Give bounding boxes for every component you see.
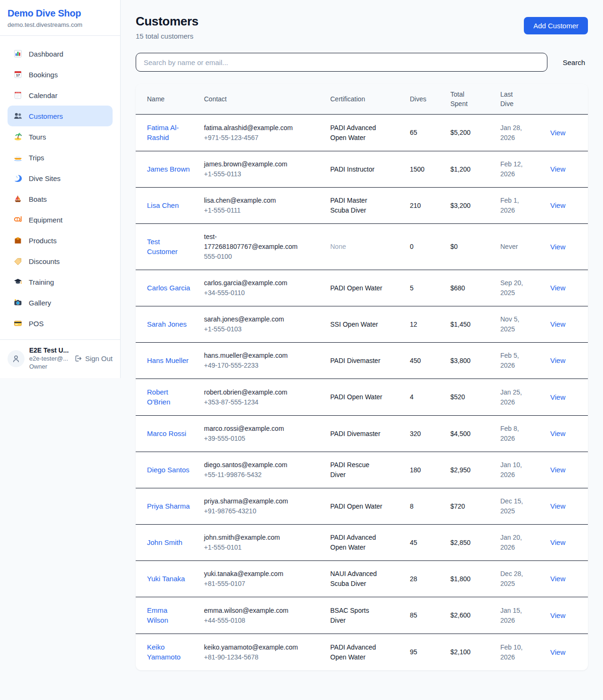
customer-dives: 95	[410, 634, 450, 671]
sidebar-item-label: Calendar	[29, 91, 57, 99]
view-link[interactable]: View	[550, 466, 565, 474]
customer-email: test-1772681807767@example.com	[204, 232, 301, 252]
sign-out-button[interactable]: Sign Out	[74, 354, 113, 362]
view-link[interactable]: View	[550, 320, 565, 328]
view-link[interactable]: View	[550, 356, 565, 364]
customer-phone: +81-555-0107	[204, 579, 319, 589]
customer-name-link[interactable]: Lisa Chen	[147, 200, 179, 210]
sidebar-item-dashboard[interactable]: Dashboard	[8, 43, 113, 64]
customer-last-dive: Dec 28, 2025	[500, 569, 530, 589]
search-input[interactable]	[136, 53, 547, 72]
sidebar-item-training[interactable]: Training	[8, 272, 113, 292]
sidebar-item-equipment[interactable]: Equipment	[8, 209, 113, 230]
customer-name-link[interactable]: Carlos Garcia	[147, 283, 190, 293]
customer-name-link[interactable]: Sarah Jones	[147, 319, 187, 329]
customer-name-link[interactable]: Hans Mueller	[147, 355, 188, 365]
customer-last-dive: Jan 20, 2026	[500, 533, 530, 552]
view-link[interactable]: View	[550, 129, 565, 137]
view-link[interactable]: View	[550, 393, 565, 401]
view-link[interactable]: View	[550, 201, 565, 209]
view-link[interactable]: View	[550, 611, 565, 619]
sidebar-item-discounts[interactable]: Discounts	[8, 251, 113, 272]
customer-name-link[interactable]: Fatima Al-Rashid	[147, 123, 190, 142]
customer-dives: 28	[410, 561, 450, 597]
table-row: Keiko Yamamoto keiko.yamamoto@example.co…	[136, 634, 588, 671]
sidebar-item-label: Boats	[29, 195, 47, 203]
view-link[interactable]: View	[550, 165, 565, 173]
sidebar-item-customers[interactable]: Customers	[8, 106, 113, 126]
customer-name-link[interactable]: Yuki Tanaka	[147, 574, 185, 584]
customer-phone: +971-55-123-4567	[204, 133, 319, 143]
customer-certification: PADI Open Water	[330, 502, 382, 511]
column-header-name: Name	[136, 84, 204, 115]
customer-total-spent: $2,950	[450, 452, 500, 488]
speedboat-icon	[13, 153, 23, 162]
customer-dives: 1500	[410, 151, 450, 188]
table-row: Emma Wilson emma.wilson@example.com +44-…	[136, 597, 588, 634]
table-row: Diego Santos diego.santos@example.com +5…	[136, 452, 588, 488]
customer-name-link[interactable]: Priya Sharma	[147, 501, 190, 511]
column-header-dives: Dives	[410, 84, 450, 115]
customer-phone: +34-555-0110	[204, 288, 319, 298]
sidebar-item-label: Products	[29, 237, 57, 245]
customer-certification: PADI Advanced Open Water	[330, 123, 383, 143]
sign-out-label: Sign Out	[85, 354, 113, 362]
customer-name-link[interactable]: Test Customer	[147, 237, 190, 256]
view-link[interactable]: View	[550, 284, 565, 292]
sidebar-item-bookings[interactable]: 17 Bookings	[8, 64, 113, 85]
customer-name-link[interactable]: Robert O'Brien	[147, 387, 190, 407]
search-button[interactable]: Search	[560, 58, 588, 66]
customer-name-link[interactable]: John Smith	[147, 537, 182, 547]
customer-phone: +91-98765-43210	[204, 506, 319, 516]
sidebar-item-trips[interactable]: Trips	[8, 147, 113, 168]
view-link[interactable]: View	[550, 502, 565, 510]
view-link[interactable]: View	[550, 538, 565, 546]
customer-email: sarah.jones@example.com	[204, 314, 301, 324]
app-shell: Demo Dive Shop demo.test.divestreams.com…	[0, 0, 603, 682]
sidebar-item-products[interactable]: Products	[8, 230, 113, 251]
sidebar-item-gallery[interactable]: Gallery	[8, 292, 113, 313]
customer-email: james.brown@example.com	[204, 159, 301, 169]
view-link[interactable]: View	[550, 575, 565, 583]
sidebar-item-label: Customers	[29, 112, 63, 120]
table-row: Hans Mueller hans.mueller@example.com +4…	[136, 343, 588, 379]
sidebar-item-label: Trips	[29, 154, 44, 162]
customer-name-link[interactable]: Keiko Yamamoto	[147, 642, 190, 662]
sailboat-icon	[13, 194, 23, 204]
customer-name-link[interactable]: Marco Rossi	[147, 428, 186, 438]
customer-last-dive: Jan 28, 2026	[500, 123, 530, 143]
customer-email: robert.obrien@example.com	[204, 387, 301, 397]
diving-mask-icon	[13, 215, 23, 224]
customer-phone: +1-555-0103	[204, 324, 319, 334]
customer-certification: NAUI Advanced Scuba Diver	[330, 569, 383, 589]
sidebar-item-tours[interactable]: Tours	[8, 126, 113, 147]
sidebar: Demo Dive Shop demo.test.divestreams.com…	[0, 0, 121, 378]
customer-phone: +81-90-1234-5678	[204, 652, 319, 662]
customer-total-spent: $2,850	[450, 525, 500, 561]
sidebar-item-dive-sites[interactable]: Dive Sites	[8, 168, 113, 189]
view-link[interactable]: View	[550, 429, 565, 437]
customer-dives: 450	[410, 343, 450, 379]
table-header-row: Name Contact Certification Dives Total S…	[136, 84, 588, 115]
island-icon	[13, 132, 23, 141]
customer-name-link[interactable]: James Brown	[147, 164, 190, 174]
calendar-pad-icon	[13, 91, 23, 100]
customer-email: emma.wilson@example.com	[204, 606, 301, 616]
customer-certification: None	[330, 242, 346, 252]
sidebar-item-pos[interactable]: POS	[8, 313, 113, 334]
view-link[interactable]: View	[550, 648, 565, 656]
customer-total-spent: $3,800	[450, 343, 500, 379]
customer-name-link[interactable]: Emma Wilson	[147, 605, 190, 625]
credit-card-icon	[13, 319, 23, 328]
user-role: Owner	[29, 362, 69, 371]
graduation-cap-icon	[13, 277, 23, 287]
sidebar-item-calendar[interactable]: Calendar	[8, 85, 113, 106]
sidebar-item-boats[interactable]: Boats	[8, 189, 113, 209]
view-link[interactable]: View	[550, 243, 565, 251]
user-email: e2e-tester@...	[29, 354, 69, 362]
customer-certification: PADI Open Water	[330, 283, 382, 293]
customers-table: Name Contact Certification Dives Total S…	[136, 84, 588, 670]
customer-name-link[interactable]: Diego Santos	[147, 465, 189, 475]
customer-certification: PADI Divemaster	[330, 356, 380, 366]
add-customer-button[interactable]: Add Customer	[524, 17, 588, 34]
